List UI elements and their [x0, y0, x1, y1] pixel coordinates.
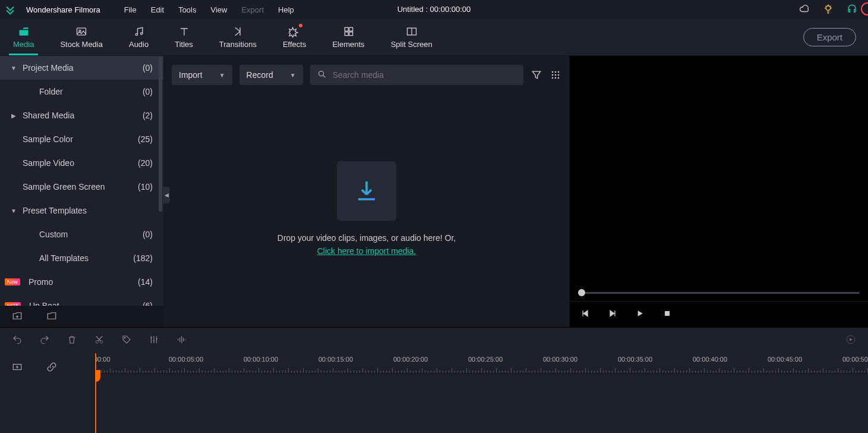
content-area: ◀ Import▼ Record▼ Drop your video clips,…: [163, 56, 570, 327]
svg-point-17: [558, 74, 560, 76]
svg-point-4: [140, 33, 142, 34]
svg-rect-8: [349, 32, 352, 36]
svg-point-18: [552, 77, 554, 79]
svg-rect-7: [345, 32, 348, 36]
sidebar-item[interactable]: ▼Project Media(0): [0, 56, 163, 80]
sidebar-item[interactable]: All Templates(182): [0, 246, 163, 270]
titlebar-right: [799, 4, 863, 16]
svg-point-12: [552, 71, 554, 73]
link-button[interactable]: [46, 362, 57, 374]
record-dropdown[interactable]: Record▼: [239, 65, 303, 85]
menu-tools[interactable]: Tools: [178, 5, 196, 14]
sidebar-item[interactable]: ▶Shared Media(2): [0, 103, 163, 127]
tab-audio[interactable]: Audio: [116, 19, 162, 55]
adjust-button[interactable]: [149, 334, 159, 347]
search-input[interactable]: [333, 70, 516, 80]
play-button[interactable]: [635, 309, 645, 320]
lightbulb-icon[interactable]: [823, 4, 834, 16]
import-drop-icon: [337, 161, 396, 221]
sidebar-item[interactable]: Sample Video(20): [0, 151, 163, 175]
project-title: Untitled : 00:00:00:00: [397, 5, 471, 14]
app-logo-icon: [5, 4, 15, 15]
tab-split-screen[interactable]: Split Screen: [378, 19, 446, 55]
grid-view-icon[interactable]: [550, 69, 561, 81]
chevron-down-icon: ▼: [219, 72, 225, 79]
svg-rect-6: [349, 27, 352, 31]
sidebar-item[interactable]: HOTUp Beat(6): [0, 294, 163, 306]
notification-dot-icon: [299, 24, 302, 27]
preview-panel: [570, 56, 868, 327]
search-icon: [317, 70, 327, 81]
svg-point-16: [555, 74, 557, 76]
add-track-button[interactable]: [12, 362, 23, 374]
redo-button[interactable]: [39, 334, 50, 347]
sidebar-footer: [0, 306, 163, 327]
content-toolbar: Import▼ Record▼: [163, 58, 570, 92]
svg-rect-21: [665, 311, 670, 316]
tab-effects[interactable]: Effects: [270, 19, 320, 55]
drop-zone[interactable]: Drop your video clips, images, or audio …: [163, 92, 570, 327]
sidebar-item[interactable]: Sample Green Screen(10): [0, 175, 163, 199]
next-frame-button[interactable]: [608, 309, 617, 320]
svg-point-3: [135, 33, 137, 35]
preview-controls: [570, 301, 868, 327]
timeline-tools: [0, 327, 868, 353]
tab-media[interactable]: Media: [0, 19, 47, 55]
menu-export: Export: [241, 5, 264, 14]
sidebar-item[interactable]: Custom(0): [0, 222, 163, 246]
cut-button[interactable]: [94, 334, 105, 347]
main-toolbar: Media Stock Media Audio Titles Transitio…: [0, 19, 868, 56]
collapse-sidebar-handle[interactable]: ◀: [163, 187, 170, 203]
sidebar-item[interactable]: NewPromo(14): [0, 270, 163, 294]
menu-edit[interactable]: Edit: [151, 5, 164, 14]
sidebar-scrollbar[interactable]: [159, 57, 162, 212]
chevron-down-icon: ▼: [290, 72, 296, 79]
svg-point-15: [552, 74, 554, 76]
drop-text: Drop your video clips, images, or audio …: [277, 231, 456, 258]
audio-mixer-button[interactable]: [176, 334, 187, 347]
titlebar: Wondershare Filmora File Edit Tools View…: [0, 0, 868, 19]
preview-seek-slider[interactable]: [570, 284, 868, 301]
render-preview-button[interactable]: [845, 334, 856, 347]
stop-button[interactable]: [662, 309, 672, 320]
timeline-ruler-area[interactable]: 00:0000:00:05:0000:00:10:0000:00:15:0000…: [95, 353, 868, 433]
tab-transitions[interactable]: Transitions: [206, 19, 270, 55]
folder-icon[interactable]: [46, 310, 57, 323]
menu-help[interactable]: Help: [278, 5, 294, 14]
tab-stock-media[interactable]: Stock Media: [47, 19, 116, 55]
timeline: 00:0000:00:05:0000:00:10:0000:00:15:0000…: [0, 353, 868, 433]
preview-screen: [570, 56, 868, 284]
tab-elements[interactable]: Elements: [319, 19, 377, 55]
headset-icon[interactable]: [847, 4, 857, 16]
menu-bar: File Edit Tools View Export Help: [124, 5, 294, 14]
app-name: Wondershare Filmora: [26, 5, 100, 14]
svg-point-19: [555, 77, 557, 79]
svg-point-24: [124, 337, 125, 338]
filter-icon[interactable]: [531, 69, 542, 81]
sidebar-item[interactable]: ▼Preset Templates: [0, 199, 163, 222]
svg-point-13: [555, 71, 557, 73]
svg-point-20: [558, 77, 560, 79]
sidebar: ▼Project Media(0)Folder(0)▶Shared Media(…: [0, 56, 163, 327]
sidebar-item[interactable]: Folder(0): [0, 80, 163, 103]
playhead[interactable]: [95, 353, 96, 433]
sidebar-item[interactable]: Sample Color(25): [0, 127, 163, 151]
svg-point-14: [558, 71, 560, 73]
export-button[interactable]: Export: [803, 28, 856, 46]
menu-file[interactable]: File: [124, 5, 137, 14]
svg-point-11: [318, 71, 323, 76]
add-folder-icon[interactable]: [12, 310, 23, 323]
tag-button[interactable]: [121, 334, 132, 347]
timeline-left-controls: [0, 353, 95, 433]
delete-button[interactable]: [67, 334, 77, 347]
svg-point-0: [826, 5, 831, 10]
prev-frame-button[interactable]: [580, 309, 590, 320]
cloud-icon[interactable]: [799, 4, 810, 16]
search-wrap: [310, 65, 523, 85]
tab-titles[interactable]: Titles: [162, 19, 206, 55]
svg-rect-5: [345, 27, 348, 31]
import-dropdown[interactable]: Import▼: [172, 65, 232, 85]
import-link[interactable]: Click here to import media.: [317, 246, 416, 256]
menu-view[interactable]: View: [210, 5, 227, 14]
undo-button[interactable]: [12, 334, 23, 347]
